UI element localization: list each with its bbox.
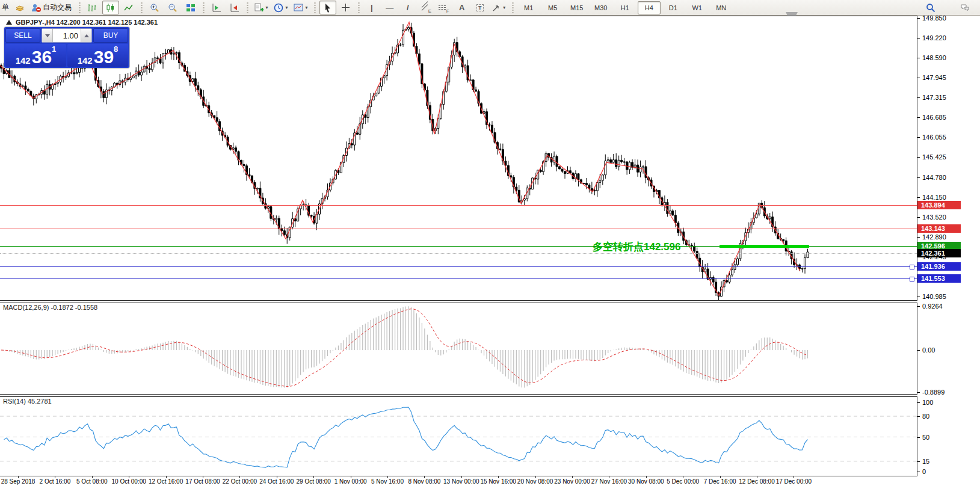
chart-ohlc-title: GBPJPY-,H4 142.200 142.361 142.125 142.3… [16, 19, 158, 26]
timeframe-button-h4[interactable]: H4 [638, 1, 661, 14]
template-button[interactable]: ▼ [292, 1, 310, 14]
timeframe-button-m30[interactable]: M30 [590, 1, 612, 14]
mt4-window: 单 自动交易 [0, 0, 980, 486]
chart-scrollbar-thumb[interactable] [786, 12, 798, 16]
zoom-out-icon [168, 3, 177, 13]
timeframe-button-w1[interactable]: W1 [686, 1, 709, 14]
resistance-lower-line[interactable] [0, 229, 917, 229]
sell-price-small: 142 [16, 55, 31, 66]
add-indicator-button[interactable]: ▼ [252, 1, 271, 14]
buy-price-box[interactable]: 142 39 8 [67, 44, 128, 67]
rsi-axis-tick [917, 437, 920, 438]
rsi-axis-label: 15 [922, 458, 929, 465]
toolbar-grip[interactable] [511, 2, 514, 13]
rsi-pane-divider[interactable] [0, 394, 980, 397]
toolbar-grip[interactable] [202, 2, 205, 13]
zoom-in-button[interactable] [146, 1, 163, 14]
cursor-button[interactable] [319, 1, 336, 14]
sell-price-box[interactable]: 142 36 1 [5, 44, 66, 67]
rsi-axis-label: 100 [922, 399, 933, 406]
fibonacci-tool[interactable]: F [436, 1, 452, 14]
time-axis-label: 27 Nov 16:00 [591, 478, 627, 485]
time-axis-label: 30 Nov 08:00 [628, 478, 664, 485]
price-axis-label: 145.425 [922, 153, 946, 161]
volume-control [42, 28, 92, 43]
text-label-tool[interactable]: T [472, 1, 488, 14]
rsi-label: RSI(14) 45.2781 [3, 398, 52, 405]
tile-windows-icon [186, 3, 196, 13]
timeframe-button-m5[interactable]: M5 [541, 1, 564, 14]
rsi-axis-tick [917, 461, 920, 462]
timeframe-button-m1[interactable]: M1 [517, 1, 540, 14]
chart-autoscroll-icon [230, 3, 239, 13]
new-order-label[interactable]: 单 [0, 2, 11, 13]
search-button[interactable] [922, 1, 939, 14]
new-order-button[interactable] [11, 1, 28, 14]
pivot-highlight-bar[interactable] [720, 245, 809, 248]
support-lower-line[interactable] [0, 278, 917, 279]
toolbar-grip[interactable] [78, 2, 81, 13]
line-chart-button[interactable] [120, 1, 137, 14]
timeframe-button-d1[interactable]: D1 [662, 1, 685, 14]
chart-autoscroll-button[interactable] [226, 1, 243, 14]
arrows-tool[interactable]: ▼ [490, 1, 508, 14]
macd-pane-divider[interactable] [0, 300, 980, 303]
resistance-upper-line[interactable] [0, 205, 917, 206]
time-axis: 28 Sep 20182 Oct 16:005 Oct 08:0010 Oct … [0, 476, 980, 486]
autotrading-button[interactable]: 自动交易 [29, 1, 75, 14]
chat-icon [960, 3, 970, 13]
zoom-out-button[interactable] [164, 1, 181, 14]
new-order-icon [15, 3, 25, 13]
time-axis-label: 12 Oct 16:00 [149, 478, 183, 485]
toolbar-grip[interactable] [357, 2, 360, 13]
bar-chart-button[interactable] [84, 1, 101, 14]
volume-input[interactable] [53, 29, 81, 42]
volume-decrease-button[interactable] [42, 29, 53, 42]
price-axis-label: 146.055 [922, 134, 946, 141]
toolbar-grip[interactable] [313, 2, 316, 13]
timeframe-button-h1[interactable]: H1 [614, 1, 636, 14]
macd-axis-label: 0.00 [922, 346, 935, 354]
horizontal-line-tool[interactable]: — [381, 1, 398, 14]
support-upper-handle[interactable] [910, 265, 914, 269]
timeframe-button-m15[interactable]: M15 [566, 1, 588, 14]
time-axis-label: 24 Oct 16:00 [259, 478, 294, 485]
period-button[interactable]: ▼ [272, 1, 291, 14]
price-axis-tick [917, 58, 920, 58]
time-axis-label: 28 Sep 2018 [1, 478, 35, 485]
trendline-tool[interactable]: / [399, 1, 416, 14]
toolbar-grip[interactable] [140, 2, 143, 13]
current-price-line[interactable] [0, 253, 917, 254]
time-axis-label: 15 Nov 16:00 [480, 478, 516, 485]
price-axis-label: 147.945 [922, 74, 946, 81]
search-icon [926, 3, 935, 13]
buy-price-small: 142 [78, 55, 93, 66]
chart-shift-button[interactable] [208, 1, 225, 14]
pivot-annotation: 多空转折点142.596 [593, 240, 680, 254]
vertical-line-tool[interactable]: | [363, 1, 380, 14]
time-axis-label: 8 Nov 08:00 [408, 478, 440, 485]
support-upper-line[interactable] [0, 266, 917, 267]
time-axis-label: 10 Oct 00:00 [112, 478, 146, 485]
tile-windows-button[interactable] [182, 1, 199, 14]
sell-button[interactable]: SELL [5, 28, 40, 43]
buy-button[interactable]: BUY [93, 28, 128, 43]
candlestick-chart-button[interactable] [102, 1, 119, 14]
toolbar-grip[interactable] [246, 2, 249, 13]
one-click-collapse-icon[interactable] [6, 20, 12, 25]
volume-increase-button[interactable] [81, 29, 91, 42]
text-tool[interactable]: A [454, 1, 470, 14]
chart-top-border [0, 16, 980, 16]
rsi-axis-label: 0 [922, 468, 926, 475]
support-lower-handle[interactable] [910, 277, 914, 281]
chat-button[interactable] [957, 1, 973, 14]
spinner-up-icon [84, 34, 89, 37]
timeframe-button-mn[interactable]: MN [710, 1, 733, 14]
crosshair-button[interactable] [337, 1, 354, 14]
rsi-axis-tick [917, 472, 920, 472]
main-toolbar: 单 自动交易 [0, 0, 980, 16]
price-axis-tick [917, 117, 920, 118]
rsi-axis-tick [917, 402, 920, 403]
channel-tool[interactable]: E [418, 1, 434, 14]
price-axis-tick [917, 237, 920, 238]
